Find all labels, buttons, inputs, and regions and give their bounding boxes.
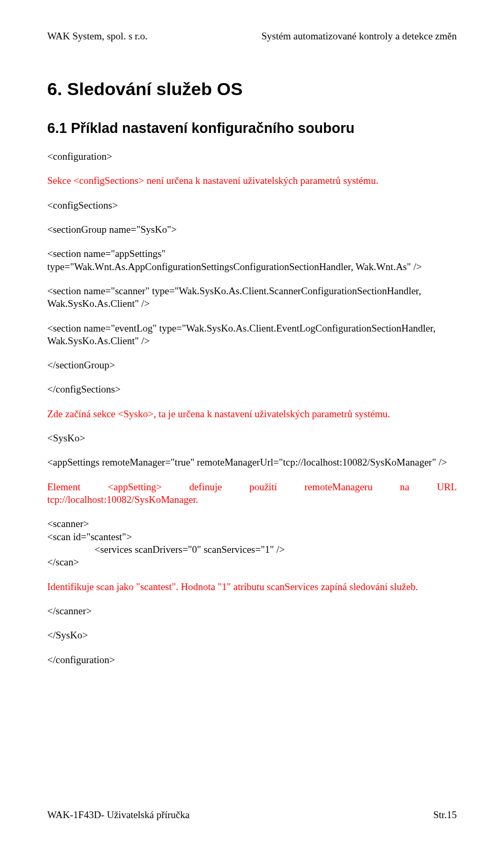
footer-right: Str.15 [433, 809, 457, 821]
scan-close: </scan> [47, 556, 79, 568]
w7: URL [437, 481, 457, 493]
header-left: WAK System, spol. s r.o. [47, 30, 148, 42]
sectiongroup-close: </sectionGroup> [47, 359, 457, 372]
footer-left: WAK-1F43D- Uživatelská příručka [47, 809, 190, 821]
sectiongroup-open: <sectionGroup name="SysKo"> [47, 223, 457, 236]
note-appsetting-url: Element <appSetting> definuje použití re… [47, 481, 457, 507]
note-sysko-section: Zde začíná sekce <Sysko>, ta je určena k… [47, 408, 457, 420]
scanner-close: </scanner> [47, 605, 457, 617]
w4: použití [249, 481, 277, 493]
header-right: Systém automatizované kontroly a detekce… [261, 30, 457, 42]
heading-2: 6.1 Příklad nastavení konfiguračního sou… [47, 120, 457, 137]
section-appsettings: <section name="appSettings" type="Wak.Wn… [47, 247, 457, 273]
w2: <appSetting> [108, 481, 162, 493]
config-open: <configuration> [47, 150, 457, 163]
config-close: </configuration> [47, 654, 457, 666]
w6: na [400, 481, 410, 493]
configsections-close: </configSections> [47, 383, 457, 396]
scan-open: <scan id="scantest"> [47, 531, 132, 542]
section-eventlog: <section name="eventLog" type="Wak.SysKo… [47, 322, 457, 348]
page: WAK System, spol. s r.o. Systém automati… [0, 0, 504, 846]
page-footer: WAK-1F43D- Uživatelská příručka Str.15 [47, 809, 457, 821]
w5: remoteManageru [304, 481, 373, 493]
scanner-block: <scanner> <scan id="scantest"> <services… [47, 518, 457, 569]
configsections-open: <configSections> [47, 199, 457, 212]
note-configsections: Sekce <configSections> není určena k nas… [47, 174, 457, 187]
sysko-open: <SysKo> [47, 432, 457, 445]
appsettings-element: <appSettings remoteManager="true" remote… [47, 456, 457, 469]
note-scantest: Identifikuje scan jako "scantest". Hodno… [47, 581, 457, 593]
w1: Element [47, 481, 80, 493]
services-element: <services scanDrivers="0" scanServices="… [47, 543, 285, 556]
w3: definuje [189, 481, 222, 493]
scanner-open: <scanner> [47, 518, 89, 529]
section-scanner: <section name="scanner" type="Wak.SysKo.… [47, 285, 457, 311]
sysko-close: </SysKo> [47, 629, 457, 642]
heading-1: 6. Sledování služeb OS [47, 79, 457, 99]
note-url-line2: tcp://localhost:10082/SysKoManager. [47, 494, 198, 505]
page-header: WAK System, spol. s r.o. Systém automati… [47, 30, 457, 42]
